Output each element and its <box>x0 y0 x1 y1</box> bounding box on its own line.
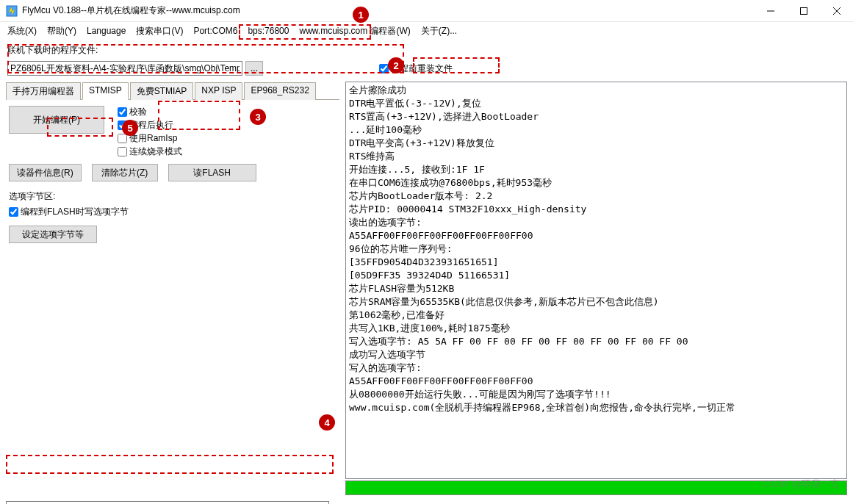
maximize-button[interactable] <box>787 0 820 22</box>
titlebar: FlyMcu V0.188--单片机在线编程专家--www.mcuisp.com <box>0 0 853 22</box>
log-line: www.mcuisp.com(全脱机手持编程器EP968,全球首创)向您报告,命… <box>349 401 843 414</box>
svg-rect-2 <box>800 7 807 14</box>
menu-about[interactable]: 关于(Z)... <box>421 25 457 37</box>
menu-system[interactable]: 系统(X) <box>7 25 37 37</box>
reset-mode-combo[interactable]: DTR的低电平复位,RTS高电平进BootLoader <box>6 501 329 504</box>
log-line: 在串口COM6连接成功@76800bps,耗时953毫秒 <box>349 176 843 190</box>
ramisp-checkbox[interactable] <box>118 134 127 143</box>
log-line: [05D9FF35 39324D4D 51166531] <box>349 269 843 282</box>
window-title: FlyMcu V0.188--单片机在线编程专家--www.mcuisp.com <box>22 4 754 17</box>
log-line: 96位的芯片唯一序列号: <box>349 242 843 256</box>
menu-search-port[interactable]: 搜索串口(V) <box>136 25 183 37</box>
log-line: 成功写入选项字节 <box>349 348 843 361</box>
file-label: 联机下载时的程序文件: <box>7 44 98 57</box>
log-line: 芯片SRAM容量为65535KB(此信息仅供参考,新版本芯片已不包含此信息) <box>349 295 843 309</box>
menu-port[interactable]: Port:COM6 <box>193 26 237 36</box>
read-info-button[interactable]: 读器件信息(R) <box>9 164 82 181</box>
log-line: RTS置高(+3-+12V),选择进入BootLoader <box>349 110 843 123</box>
menu-bps[interactable]: bps:76800 <box>248 26 289 36</box>
tab-stmisp[interactable]: STMISP <box>82 82 129 100</box>
menu-mcuisp[interactable]: www.mcuisp.com 编程器(W) <box>299 25 410 37</box>
reload-checkbox-wrap[interactable]: 编程前重装文件 <box>379 62 453 75</box>
reload-label: 编程前重装文件 <box>391 62 453 75</box>
log-line: ...延时100毫秒 <box>349 123 843 137</box>
file-path-input[interactable] <box>7 61 242 76</box>
log-line: 芯片内BootLoader版本号: 2.2 <box>349 190 843 203</box>
tab-nxpisp[interactable]: NXP ISP <box>195 82 242 100</box>
file-row: 联机下载时的程序文件: <box>0 40 853 61</box>
tabs: 手持万用编程器 STMISP 免费STMIAP NXP ISP EP968_RS… <box>6 82 339 100</box>
tab-ep968[interactable]: EP968_RS232 <box>244 82 315 100</box>
browse-button[interactable]: ... <box>245 61 263 76</box>
menu-help[interactable]: 帮助(Y) <box>47 25 76 37</box>
tab-stmiap[interactable]: 免费STMIAP <box>130 82 194 100</box>
log-line: DTR电平置低(-3--12V),复位 <box>349 97 843 110</box>
tab-handheld[interactable]: 手持万用编程器 <box>6 82 81 100</box>
log-line: A55AFF00FF00FF00FF00FF00FF00FF00 <box>349 229 843 242</box>
log-line: 写入的选项字节: <box>349 361 843 375</box>
log-line: 读出的选项字节: <box>349 216 843 229</box>
reload-checkbox[interactable] <box>379 64 389 73</box>
log-line: 第1062毫秒,已准备好 <box>349 309 843 322</box>
loop-checkbox[interactable] <box>118 147 127 156</box>
read-flash-button[interactable]: 读FLASH <box>168 164 256 181</box>
close-button[interactable] <box>820 0 853 22</box>
log-line: 共写入1KB,进度100%,耗时1875毫秒 <box>349 322 843 335</box>
start-program-button[interactable]: 开始编程(P) <box>9 106 104 134</box>
verify-checkbox-wrap[interactable]: 校验 <box>118 106 182 118</box>
log-line: 开始连接...5, 接收到:1F 1F <box>349 163 843 176</box>
run-after-checkbox[interactable] <box>118 120 127 130</box>
log-line: A55AFF00FF00FF00FF00FF00FF00FF00 <box>349 375 843 388</box>
log-line: 芯片PID: 00000414 STM32F10xxx_High-density <box>349 203 843 216</box>
log-line: RTS维持高 <box>349 150 843 163</box>
watermark: CSDN @听我一言 <box>762 478 840 491</box>
prog-opt-checkbox[interactable] <box>9 207 18 217</box>
log-line: 写入选项字节: A5 5A FF 00 FF 00 FF 00 FF 00 FF… <box>349 335 843 348</box>
log-box[interactable]: 全片擦除成功DTR电平置低(-3--12V),复位RTS置高(+3-+12V),… <box>345 82 847 479</box>
menubar: 系统(X) 帮助(Y) Language 搜索串口(V) Port:COM6 b… <box>0 22 853 40</box>
log-line: 从08000000开始运行失败...可能是因为刚写了选项字节!!! <box>349 388 843 401</box>
ramisp-checkbox-wrap[interactable]: 使用RamIsp <box>118 132 182 145</box>
log-line: DTR电平变高(+3-+12V)释放复位 <box>349 137 843 150</box>
set-opt-button[interactable]: 设定选项字节等 <box>9 226 97 243</box>
minimize-button[interactable] <box>754 0 787 22</box>
opt-section-label: 选项字节区: <box>9 190 336 203</box>
log-line: [35FFD9054D4D323931651651] <box>349 256 843 269</box>
log-line: 全片擦除成功 <box>349 84 843 97</box>
prog-opt-checkbox-wrap[interactable]: 编程到FLASH时写选项字节 <box>9 206 336 218</box>
app-icon <box>6 5 18 17</box>
run-after-checkbox-wrap[interactable]: 编程后执行 <box>118 119 182 132</box>
erase-button[interactable]: 清除芯片(Z) <box>92 164 158 181</box>
loop-checkbox-wrap[interactable]: 连续烧录模式 <box>118 145 182 158</box>
log-line: 芯片FLASH容量为512KB <box>349 282 843 295</box>
verify-checkbox[interactable] <box>118 107 127 117</box>
menu-language[interactable]: Language <box>87 26 126 36</box>
